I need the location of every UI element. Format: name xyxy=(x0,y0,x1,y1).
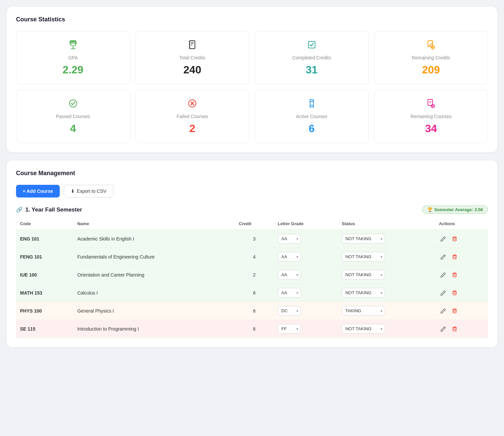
table-row: PHYS 100 General Physics I 6 AA BA BB CB… xyxy=(16,302,488,320)
passed-courses-value: 4 xyxy=(70,122,76,135)
delete-button[interactable] xyxy=(450,307,459,315)
col-actions: Actions xyxy=(435,218,488,230)
svg-rect-31 xyxy=(453,310,456,313)
course-code: MATH 153 xyxy=(16,284,73,302)
course-grade-cell: AA BA BB CB CC DC DD FF xyxy=(274,320,338,338)
course-code: SE 115 xyxy=(16,320,73,338)
completed-credits-value: 31 xyxy=(306,64,318,76)
status-select-wrapper: NOT TAKING TAKING PASSED FAILED xyxy=(342,252,385,262)
grade-select[interactable]: AA BA BB CB CC DC DD FF xyxy=(278,270,301,280)
toolbar: + Add Course ⬇ Export to CSV xyxy=(16,185,488,197)
check-circle-icon xyxy=(68,98,78,110)
table-header-row: Code Name Credit Letter Grade Status Act… xyxy=(16,218,488,230)
delete-button[interactable] xyxy=(450,235,459,243)
passed-courses-label: Passed Courses xyxy=(56,114,90,119)
edit-button[interactable] xyxy=(439,271,448,279)
gpa-value: 2.29 xyxy=(63,64,83,76)
status-select[interactable]: NOT TAKING TAKING PASSED FAILED xyxy=(342,306,385,316)
course-actions-cell xyxy=(435,248,488,266)
col-status: Status xyxy=(338,218,435,230)
delete-button[interactable] xyxy=(450,253,459,261)
failed-courses-label: Failed Courses xyxy=(177,114,208,119)
actions-group xyxy=(439,271,484,279)
status-select[interactable]: NOT TAKING TAKING PASSED FAILED xyxy=(342,324,385,334)
delete-button[interactable] xyxy=(450,289,459,297)
stats-grid-row2: Passed Courses 4 Failed Courses 2 xyxy=(16,90,488,143)
grade-select-wrapper: AA BA BB CB CC DC DD FF xyxy=(278,234,301,244)
trophy-small-icon: 🏆 xyxy=(427,207,433,212)
course-actions-cell xyxy=(435,320,488,338)
course-code: IUE 100 xyxy=(16,266,73,284)
status-select-wrapper: NOT TAKING TAKING PASSED FAILED xyxy=(342,270,385,280)
course-code: PHYS 100 xyxy=(16,302,73,320)
course-table: Code Name Credit Letter Grade Status Act… xyxy=(16,218,488,338)
total-credits-value: 240 xyxy=(184,64,201,76)
remaining-credits-value: 209 xyxy=(422,64,440,76)
stat-card-remaining-courses: Remaining Courses 34 xyxy=(374,90,488,143)
check-square-icon xyxy=(306,39,317,52)
actions-group xyxy=(439,289,484,297)
table-row: FENG 101 Fundamentals of Engineering Cul… xyxy=(16,248,488,266)
stat-card-failed-courses: Failed Courses 2 xyxy=(136,90,250,143)
edit-button[interactable] xyxy=(439,253,448,261)
col-code: Code xyxy=(16,218,73,230)
status-select-wrapper: NOT TAKING TAKING PASSED FAILED xyxy=(342,306,385,316)
stat-card-passed-courses: Passed Courses 4 xyxy=(16,90,130,143)
course-actions-cell xyxy=(435,284,488,302)
grade-select[interactable]: AA BA BB CB CC DC DD FF xyxy=(278,234,301,244)
status-select[interactable]: NOT TAKING TAKING PASSED FAILED xyxy=(342,288,385,298)
grade-select[interactable]: AA BA BB CB CC DC DD FF xyxy=(278,252,301,262)
status-select[interactable]: NOT TAKING TAKING PASSED FAILED xyxy=(342,270,385,280)
grade-select-wrapper: AA BA BB CB CC DC DD FF xyxy=(278,270,301,280)
grade-select[interactable]: AA BA BB CB CC DC DD FF xyxy=(278,288,301,298)
statistics-section: Course Statistics GPA 2.29 xyxy=(7,7,497,152)
grade-select[interactable]: AA BA BB CB CC DC DD FF xyxy=(278,324,301,334)
completed-credits-label: Completed Credits xyxy=(292,55,331,60)
export-label: Export to CSV xyxy=(77,188,106,194)
grade-select-wrapper: AA BA BB CB CC DC DD FF xyxy=(278,324,301,334)
course-grade-cell: AA BA BB CB CC DC DD FF xyxy=(274,302,338,320)
status-select-wrapper: NOT TAKING TAKING PASSED FAILED xyxy=(342,288,385,298)
delete-button[interactable] xyxy=(450,271,459,279)
semester-header: 🔗 1. Year Fall Semester 🏆 Semester Avera… xyxy=(16,205,488,214)
course-grade-cell: AA BA BB CB CC DC DD FF xyxy=(274,230,338,248)
grade-select-wrapper: AA BA BB CB CC DC DD FF xyxy=(278,252,301,262)
actions-group xyxy=(439,325,484,333)
stat-card-gpa: GPA 2.29 xyxy=(16,31,130,84)
remaining-courses-label: Remaining Courses xyxy=(411,114,452,119)
status-select-wrapper: NOT TAKING TAKING PASSED FAILED xyxy=(342,324,385,334)
delete-button[interactable] xyxy=(450,325,459,333)
svg-rect-25 xyxy=(453,274,456,277)
status-select[interactable]: NOT TAKING TAKING PASSED FAILED xyxy=(342,234,385,244)
failed-courses-value: 2 xyxy=(189,122,195,135)
table-row: IUE 100 Orientation and Career Planning … xyxy=(16,266,488,284)
management-section: Course Management + Add Course ⬇ Export … xyxy=(7,160,497,347)
actions-group xyxy=(439,307,484,315)
stats-grid-row1: GPA 2.29 Total Credits 240 xyxy=(16,31,488,84)
edit-button[interactable] xyxy=(439,325,448,333)
course-credit: 6 xyxy=(235,302,274,320)
download-icon: ⬇ xyxy=(71,188,75,194)
link-icon: 🔗 xyxy=(16,206,23,213)
add-course-button[interactable]: + Add Course xyxy=(16,185,60,197)
stat-card-total-credits: Total Credits 240 xyxy=(136,31,250,84)
actions-group xyxy=(439,253,484,261)
course-status-cell: NOT TAKING TAKING PASSED FAILED xyxy=(338,266,435,284)
total-credits-label: Total Credits xyxy=(179,55,205,60)
course-name: Calculus I xyxy=(73,284,235,302)
course-status-cell: NOT TAKING TAKING PASSED FAILED xyxy=(338,320,435,338)
stat-card-active-courses: Active Courses 6 xyxy=(255,90,369,143)
status-select-wrapper: NOT TAKING TAKING PASSED FAILED xyxy=(342,234,385,244)
export-csv-button[interactable]: ⬇ Export to CSV xyxy=(64,185,113,197)
grade-select[interactable]: AA BA BB CB CC DC DD FF xyxy=(278,306,301,316)
edit-button[interactable] xyxy=(439,307,448,315)
course-grade-cell: AA BA BB CB CC DC DD FF xyxy=(274,284,338,302)
col-name: Name xyxy=(73,218,235,230)
course-status-cell: NOT TAKING TAKING PASSED FAILED xyxy=(338,302,435,320)
edit-button[interactable] xyxy=(439,235,448,243)
hourglass-icon xyxy=(306,98,317,110)
edit-button[interactable] xyxy=(439,289,448,297)
management-title: Course Management xyxy=(16,170,488,177)
stat-card-remaining-credits: Remaining Credits 209 xyxy=(374,31,488,84)
status-select[interactable]: NOT TAKING TAKING PASSED FAILED xyxy=(342,252,385,262)
